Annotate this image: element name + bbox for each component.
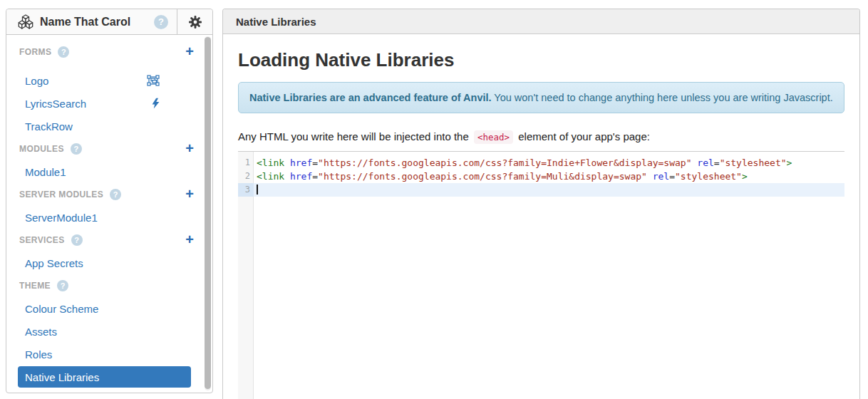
sidebar-item-lyricssearch[interactable]: LyricsSearch bbox=[6, 92, 212, 115]
native-libraries-code-editor[interactable]: 1<link href="https://fonts.googleapis.co… bbox=[238, 151, 844, 399]
code-token: "stylesheet" bbox=[675, 171, 742, 182]
editor-line: 1<link href="https://fonts.googleapis.co… bbox=[238, 156, 844, 170]
editor-line: 2<link href="https://fonts.googleapis.co… bbox=[238, 170, 844, 183]
help-icon[interactable]: ? bbox=[71, 234, 83, 246]
app-title: Name That Carol bbox=[40, 16, 130, 28]
section-label: SERVICES bbox=[19, 235, 65, 245]
panel-header: Native Libraries bbox=[223, 9, 859, 34]
main-panel: Native Libraries Loading Native Librarie… bbox=[222, 9, 860, 399]
section-label: SERVER MODULES bbox=[19, 190, 103, 200]
sidebar-section-services: SERVICES?+ bbox=[6, 229, 212, 252]
code-token bbox=[284, 171, 290, 182]
section-add-button[interactable]: + bbox=[185, 187, 194, 201]
editor-line: 3 bbox=[238, 183, 844, 197]
code-token: "https://fonts.googleapis.com/css?family… bbox=[318, 171, 647, 182]
form-designer-icon bbox=[147, 75, 160, 86]
code-token: <link bbox=[257, 157, 284, 168]
code-token: <link bbox=[257, 171, 284, 182]
panel-title: Native Libraries bbox=[236, 16, 316, 28]
code-token bbox=[284, 157, 290, 168]
section-label: FORMS bbox=[19, 47, 51, 57]
code-token: = bbox=[714, 157, 720, 168]
sidebar-scrollbar-thumb[interactable] bbox=[205, 37, 211, 389]
sidebar-item-label: Native Libraries bbox=[25, 371, 99, 383]
sidebar-item-label: App Secrets bbox=[25, 257, 83, 269]
code-token: rel bbox=[697, 157, 713, 168]
sidebar-item-roles[interactable]: Roles bbox=[6, 343, 212, 366]
section-add-button[interactable]: + bbox=[185, 141, 194, 155]
sidebar-item-label: Roles bbox=[25, 348, 52, 361]
info-alert: Native Libraries are an advanced feature… bbox=[238, 82, 844, 113]
line-code: <link href="https://fonts.googleapis.com… bbox=[254, 170, 844, 183]
help-icon[interactable]: ? bbox=[110, 189, 121, 200]
code-token: = bbox=[312, 171, 318, 182]
code-token: = bbox=[669, 171, 675, 182]
page-title: Loading Native Libraries bbox=[238, 49, 844, 71]
sidebar-item-servermodule1[interactable]: ServerModule1 bbox=[6, 206, 212, 229]
section-add-button[interactable]: + bbox=[185, 44, 194, 58]
line-number: 3 bbox=[238, 183, 254, 197]
sidebar-item-label: LyricsSearch bbox=[25, 98, 86, 110]
sidebar-item-assets[interactable]: Assets bbox=[6, 320, 212, 343]
code-token: = bbox=[312, 157, 318, 168]
help-icon[interactable]: ? bbox=[58, 46, 69, 58]
sidebar-section-list: FORMS?+LogoLyricsSearchTrackRowMODULES?+… bbox=[6, 35, 212, 388]
editor-lines: 1<link href="https://fonts.googleapis.co… bbox=[238, 152, 844, 197]
code-token: > bbox=[787, 157, 792, 168]
sidebar: Name That Carol ? bbox=[6, 9, 213, 393]
sidebar-item-native-libraries[interactable]: Native Libraries bbox=[18, 366, 191, 388]
sidebar-section-server-modules: SERVER MODULES?+ bbox=[6, 183, 212, 206]
sidebar-item-label: Logo bbox=[25, 75, 48, 87]
line-number: 1 bbox=[238, 156, 254, 170]
sidebar-scrollbar[interactable] bbox=[205, 36, 211, 390]
info-alert-text: You won't need to change anything here u… bbox=[494, 92, 832, 103]
sidebar-section-forms: FORMS?+ bbox=[6, 41, 212, 63]
sidebar-header: Name That Carol ? bbox=[6, 9, 212, 35]
head-code-pill: <head> bbox=[474, 130, 513, 144]
cubes-icon bbox=[17, 14, 34, 29]
code-token: href bbox=[290, 171, 312, 182]
sidebar-item-label: Assets bbox=[25, 326, 57, 338]
sidebar-item-logo[interactable]: Logo bbox=[6, 69, 212, 92]
code-token: "https://fonts.googleapis.com/css?family… bbox=[318, 157, 691, 168]
section-add-button[interactable]: + bbox=[185, 232, 194, 247]
inject-description-after: element of your app's page: bbox=[518, 130, 650, 142]
sidebar-item-label: Module1 bbox=[25, 166, 66, 178]
app-settings-button[interactable] bbox=[177, 9, 212, 34]
inject-description: Any HTML you write here will be injected… bbox=[238, 130, 844, 142]
sidebar-item-app-secrets[interactable]: App Secrets bbox=[6, 252, 212, 274]
code-token bbox=[647, 171, 653, 182]
sidebar-item-label: TrackRow bbox=[25, 120, 73, 133]
info-alert-bold: Native Libraries are an advanced feature… bbox=[249, 92, 492, 103]
code-token: "stylesheet" bbox=[720, 157, 787, 168]
sidebar-section-theme: THEME? bbox=[6, 274, 212, 297]
help-icon[interactable]: ? bbox=[57, 280, 68, 291]
code-token: href bbox=[290, 157, 312, 168]
code-token: rel bbox=[653, 171, 669, 182]
sidebar-section-modules: MODULES?+ bbox=[6, 138, 212, 160]
help-icon[interactable]: ? bbox=[71, 143, 82, 155]
sidebar-item-label: ServerModule1 bbox=[25, 212, 98, 224]
line-code: <link href="https://fonts.googleapis.com… bbox=[254, 156, 844, 170]
app-help-icon[interactable]: ? bbox=[154, 15, 168, 29]
text-cursor bbox=[257, 185, 258, 195]
sidebar-item-trackrow[interactable]: TrackRow bbox=[6, 115, 212, 138]
inject-description-before: Any HTML you write here will be injected… bbox=[238, 130, 469, 142]
line-number: 2 bbox=[238, 170, 254, 183]
code-token: > bbox=[742, 171, 748, 182]
sidebar-item-module1[interactable]: Module1 bbox=[6, 160, 212, 183]
sidebar-item-colour-scheme[interactable]: Colour Scheme bbox=[6, 297, 212, 320]
sidebar-item-label: Colour Scheme bbox=[25, 303, 98, 315]
lightning-icon bbox=[152, 98, 160, 109]
section-label: MODULES bbox=[19, 144, 64, 154]
panel-body: Loading Native Libraries Native Librarie… bbox=[223, 34, 859, 399]
gear-icon bbox=[188, 15, 202, 29]
line-code bbox=[254, 183, 844, 197]
app-root: Name That Carol ? bbox=[0, 0, 868, 399]
section-label: THEME bbox=[19, 281, 51, 291]
